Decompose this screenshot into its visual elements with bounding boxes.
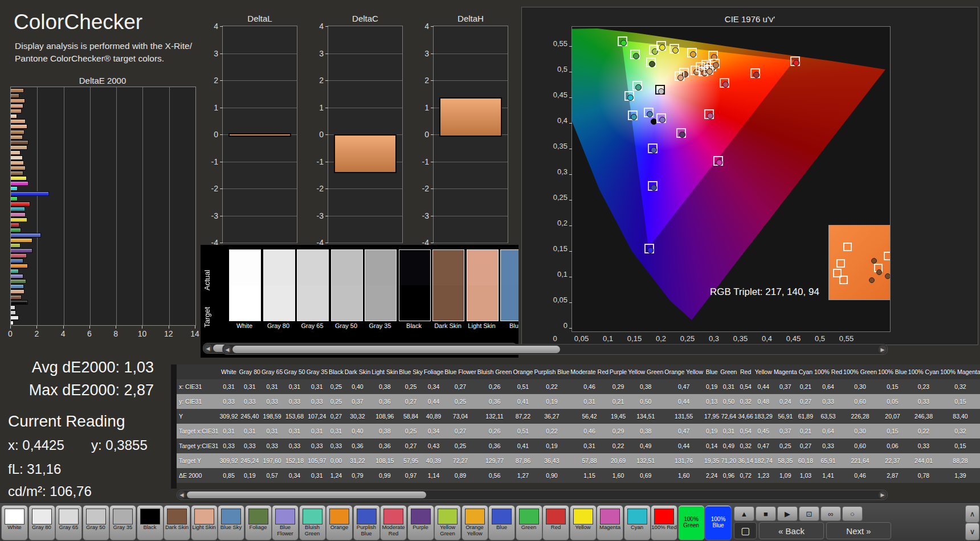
column-header: Cyan [798,364,814,379]
continuous-button[interactable]: ∞ [820,506,841,521]
axis-tick-label: 0,35 [733,334,748,343]
patch-button-blue[interactable]: Blue [488,505,515,540]
column-header: 100% Green [843,364,877,379]
patch-button-purple[interactable]: Purple [407,505,434,540]
patch-target [399,285,430,321]
deltae-bar [11,104,23,108]
table-bottom-scrollbar[interactable]: ◀ ▶ [177,490,888,500]
table-cell: 0,25 [328,394,344,409]
table-cell: 0,40 [344,379,371,394]
table-horizontal-scrollbar[interactable]: ◀ ▶ [222,344,888,355]
scroll-right-icon[interactable]: ▶ [879,345,887,354]
scrollbar-thumb[interactable] [187,491,426,498]
axis-tick-label: 1 [309,103,324,112]
axis-tick [569,72,572,72]
table-cell: 0,41 [512,438,533,453]
table-cell: 0,31 [239,424,261,438]
patch-button-red[interactable]: Red [542,505,569,540]
table-cell: 0,23 [908,379,940,394]
table-cell: 1,14 [423,468,444,483]
toolbar-scroll-down-icon[interactable]: ∨ [965,523,979,540]
patch-button-100-red[interactable]: 100% Red [651,505,677,540]
axis-tick-label: 0,45 [786,334,801,343]
patch-actual [433,250,464,285]
measured-dot-orange-yellow [690,51,696,58]
pattern-window-button[interactable]: ⊡ [799,506,819,521]
patch-button-black[interactable]: Black [137,505,164,540]
table-cell: 0,36 [371,394,398,409]
table-cell: 0,50 [720,394,737,409]
table-cell: 0,05 [877,394,908,409]
patch-label: White [229,322,260,329]
patch-button-label: Blue Flower [272,524,298,536]
delta-chart-deltac: DeltaC43210-1-2-3-4 [328,26,403,243]
table-cell: 56,42 [570,409,609,424]
patch-button-label: Green [516,524,542,531]
table-cell: 0,78 [908,468,940,483]
patch-button-magenta[interactable]: Magenta [597,505,623,540]
play-button[interactable]: ▶ [777,506,798,521]
indicator-button[interactable]: ○ [842,506,863,521]
delta-bar [439,97,502,137]
table-header-row: WhiteGray 80Gray 65Gray 50Gray 35BlackDa… [177,364,980,379]
toolbar-scroll-up-icon[interactable]: ∧ [965,505,979,523]
patch-button-gray-35[interactable]: Gray 35 [109,505,136,540]
pattern-window-button-large[interactable]: ▢ [734,522,757,539]
scroll-right-icon[interactable]: ▶ [879,491,887,499]
patch-button-orange-yellow[interactable]: Orange Yellow [462,505,488,540]
patch-button-cyan[interactable]: Cyan [624,505,651,540]
scroll-left-icon[interactable]: ◀ [223,345,231,354]
next-button[interactable]: Next » [826,522,891,539]
patch-button-white[interactable]: White [1,505,28,540]
table-cell: 0,21 [609,394,627,409]
column-header: Yellow [754,364,773,379]
patch-button-yellow[interactable]: Yellow [570,505,597,540]
scrollbar-thumb[interactable] [232,346,560,353]
patch-button-gray-80[interactable]: Gray 80 [28,505,55,540]
patch-button-foliage[interactable]: Foliage [245,505,272,540]
axis-tick-label: 1 [203,103,218,112]
patch-button-100-blue[interactable]: 100% Blue [705,505,732,540]
patch-actual [230,250,260,285]
table-cell: 0,51 [512,424,533,438]
patch-button-dark-skin[interactable]: Dark Skin [164,505,190,540]
axis-tick-label: 3 [414,49,429,58]
patch-button-light-skin[interactable]: Light Skin [191,505,218,540]
deltae-bar [11,202,30,206]
axis-tick-label: 0,25 [545,193,567,202]
table-cell: 0,64 [814,379,843,394]
patch-button-100-green[interactable]: 100% Green [678,505,705,540]
table-row: Target y:CIE310,330,330,330,330,330,330,… [177,438,980,453]
patch-button-swatch [59,509,79,524]
patch-button-green[interactable]: Green [516,505,542,540]
table-cell: 226,28 [843,409,877,424]
scroll-left-icon[interactable]: ◀ [178,491,186,499]
table-cell: 0,72 [737,468,753,483]
table-cell: 108,15 [371,453,398,468]
patch-button-yellow-green[interactable]: Yellow Green [434,505,461,540]
patch-button-moderate-red[interactable]: Moderate Red [380,505,407,540]
deltae-bar [11,284,24,289]
patch-button-swatch [329,509,349,524]
back-button[interactable]: « Back [759,522,824,539]
axis-tick-label: -2 [309,184,324,193]
patch-button-bluish-green[interactable]: Bluish Green [299,505,326,540]
table-cell: 0,27 [444,379,476,394]
column-header: 100% Cyan [908,364,940,379]
patch-button-gray-65[interactable]: Gray 65 [55,505,82,540]
axis-tick-label: 3 [203,49,218,58]
eject-button[interactable]: ▲ [734,506,754,521]
table-cell: 0,33 [306,394,328,409]
scroll-left-icon[interactable]: ◀ [204,344,212,353]
stop-button[interactable]: ■ [756,506,776,521]
patch-button-swatch [438,509,458,524]
axis-tick [431,243,434,243]
deltae-bar [11,269,19,273]
patch-button-orange[interactable]: Orange [326,505,353,540]
patch-button-label: Light Skin [191,524,217,531]
patch-button-blue-flower[interactable]: Blue Flower [272,505,299,540]
patch-button-blue-sky[interactable]: Blue Sky [218,505,244,540]
patch-button-purplish-blue[interactable]: Purplish Blue [353,505,380,540]
patch-button-gray-50[interactable]: Gray 50 [83,505,109,540]
table-cell: 108,96 [371,409,398,424]
